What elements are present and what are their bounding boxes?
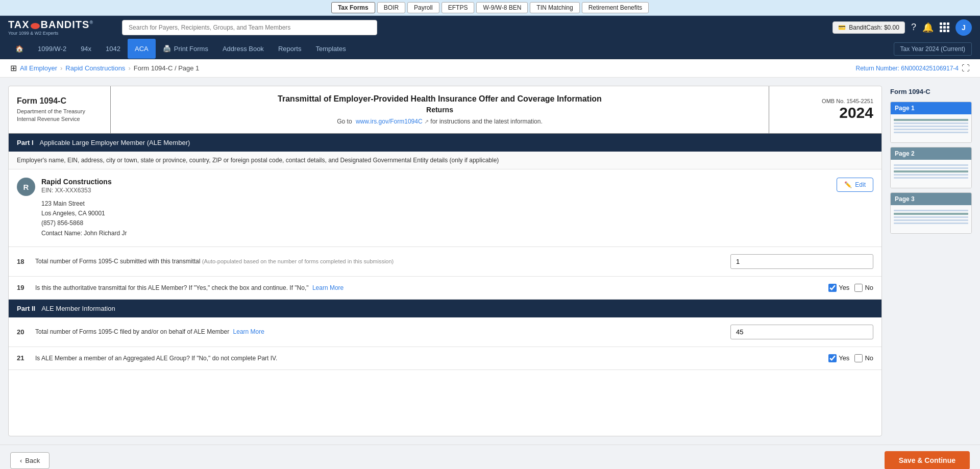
form-1094c-label: Form 1094-C [890, 86, 972, 97]
search-container [122, 20, 377, 35]
part1-header: Part I Applicable Large Employer Member … [9, 134, 881, 152]
nav-retirement[interactable]: Retirement Benefits [582, 2, 649, 13]
expand-icon[interactable]: ⛶ [962, 64, 970, 73]
field-21-yes-text: Yes [839, 354, 849, 362]
field-21-checkboxes: Yes No [828, 354, 873, 362]
field-19-yes-text: Yes [839, 284, 849, 291]
field-19-yes-label[interactable]: Yes [828, 284, 849, 292]
logo[interactable]: TAXBANDITS® Your 1099 & W2 Experts [8, 19, 93, 36]
page-thumb-1[interactable]: Page 1 [890, 102, 972, 143]
nav-tax-forms[interactable]: Tax Forms [331, 2, 375, 13]
breadcrumb-sep-1: › [60, 64, 62, 72]
save-continue-button[interactable]: Save & Continue [885, 451, 970, 469]
employer-ein: EIN: XX-XXX6353 [41, 187, 127, 194]
nav-payroll[interactable]: Payroll [407, 2, 439, 13]
nav-reports[interactable]: Reports [271, 39, 309, 59]
field-19-row: 19 Is this the authoritative transmittal… [9, 277, 881, 300]
field-21-no-label[interactable]: No [854, 354, 873, 362]
nav-eftps[interactable]: EFTPS [442, 2, 475, 13]
field-19-no-label[interactable]: No [854, 284, 873, 292]
nav-1042[interactable]: 1042 [99, 39, 128, 59]
field-18-label: Total number of Forms 1095-C submitted w… [35, 258, 724, 265]
page-thumb-3[interactable]: Page 3 [890, 192, 972, 234]
field-20-row: 20 Total number of Forms 1095-C filed by… [9, 317, 881, 347]
page-3-body [891, 205, 971, 233]
employer-text: Rapid Constructions EIN: XX-XXX6353 123 … [41, 178, 127, 238]
part2-header: Part II ALE Member Information [9, 300, 881, 317]
user-avatar[interactable]: J [955, 19, 972, 36]
part1-title: Applicable Large Employer Member (ALE Me… [40, 139, 190, 146]
nav-print-forms[interactable]: 🖨️ Print Forms [156, 39, 215, 59]
field-18-note: (Auto-populated based on the number of f… [202, 258, 394, 264]
nav-94x[interactable]: 94x [74, 39, 99, 59]
bandit-cash-icon: 💳 [838, 24, 846, 31]
employer-info: R Rapid Constructions EIN: XX-XXX6353 12… [9, 169, 881, 247]
bandit-cash-label: BanditCash: $0.00 [849, 24, 899, 31]
form-header: Form 1094-C Department of the Treasury I… [9, 86, 881, 134]
field-20-learn-more[interactable]: Learn More [233, 328, 264, 335]
field-18-input[interactable] [730, 254, 873, 269]
page-2-header: Page 2 [891, 147, 971, 160]
form-dept: Department of the Treasury Internal Reve… [17, 108, 102, 124]
page-thumb-2[interactable]: Page 2 [890, 147, 972, 188]
nav-1099-w2[interactable]: 1099/W-2 [31, 39, 74, 59]
logo-icon [31, 23, 40, 29]
grid-view-icon[interactable]: ⊞ [10, 63, 17, 73]
back-button[interactable]: ‹ Back [10, 452, 50, 469]
nav-address-book[interactable]: Address Book [215, 39, 271, 59]
nav-boir[interactable]: BOIR [377, 2, 405, 13]
breadcrumb-rapid-constructions[interactable]: Rapid Constructions [65, 64, 125, 72]
employer-address: 123 Main Street Los Angeles, CA 90001 (8… [41, 199, 127, 238]
form-subtitle: Returns [426, 106, 453, 114]
form-year: 2024 [839, 104, 873, 121]
nav-home[interactable]: 🏠 [8, 39, 31, 59]
bell-icon[interactable]: 🔔 [922, 22, 934, 33]
field-18-num: 18 [17, 258, 29, 265]
search-input[interactable] [122, 20, 377, 35]
field-20-label: Total number of Forms 1095-C filed by an… [35, 328, 724, 335]
form-header-left: Form 1094-C Department of the Treasury I… [9, 86, 111, 133]
form-goto: Go to www.irs.gov/Form1094C ↗ for instru… [337, 118, 543, 125]
apps-icon[interactable] [940, 22, 949, 32]
breadcrumb-current: Form 1094-C / Page 1 [134, 64, 200, 72]
section-description: Employer's name, EIN, address, city or t… [9, 152, 881, 169]
edit-employer-button[interactable]: ✏️ Edit [837, 178, 873, 192]
nav-tin-matching[interactable]: TIN Matching [530, 2, 579, 13]
employer-details: R Rapid Constructions EIN: XX-XXX6353 12… [17, 178, 127, 238]
field-21-no-checkbox[interactable] [854, 354, 863, 362]
site-header: TAXBANDITS® Your 1099 & W2 Experts 💳 Ban… [0, 16, 980, 39]
field-19-no-checkbox[interactable] [854, 284, 863, 292]
logo-text: TAXBANDITS® [8, 19, 93, 31]
nav-aca[interactable]: ACA [128, 39, 156, 59]
nav-w9[interactable]: W-9/W-8 BEN [476, 2, 528, 13]
form-header-right: OMB No. 1545-2251 2024 [769, 86, 881, 133]
employer-avatar: R [17, 178, 35, 196]
thumb-line [894, 119, 968, 121]
field-21-yes-checkbox[interactable] [828, 354, 837, 362]
part2-title: ALE Member Information [41, 305, 115, 312]
field-19-no-text: No [865, 284, 873, 291]
breadcrumb-all-employer[interactable]: All Employer [20, 64, 57, 72]
page-2-body [891, 160, 971, 188]
top-navigation: Tax Forms BOIR Payroll EFTPS W-9/W-8 BEN… [0, 0, 980, 16]
part2-badge: Part II [17, 305, 35, 312]
irs-url-link[interactable]: www.irs.gov/Form1094C [356, 118, 423, 125]
field-21-row: 21 Is ALE Member a member of an Aggregat… [9, 347, 881, 370]
field-19-yes-checkbox[interactable] [828, 284, 837, 292]
form-1094c: Form 1094-C Department of the Treasury I… [8, 86, 882, 436]
page-layout: Form 1094-C Department of the Treasury I… [0, 78, 980, 445]
form-title: Transmittal of Employer-Provided Health … [278, 94, 602, 104]
field-18-row: 18 Total number of Forms 1095-C submitte… [9, 247, 881, 277]
field-20-input[interactable] [730, 325, 873, 339]
pencil-icon: ✏️ [844, 181, 852, 188]
field-21-no-text: No [865, 354, 873, 362]
field-21-yes-label[interactable]: Yes [828, 354, 849, 362]
field-19-learn-more[interactable]: Learn More [312, 284, 344, 291]
breadcrumb: ⊞ All Employer › Rapid Constructions › F… [0, 59, 980, 78]
main-navigation: 🏠 1099/W-2 94x 1042 ACA 🖨️ Print Forms A… [0, 39, 980, 59]
nav-templates[interactable]: Templates [308, 39, 353, 59]
bandit-cash-button[interactable]: 💳 BanditCash: $0.00 [832, 21, 905, 34]
printer-icon: 🖨️ [163, 45, 171, 53]
omb-label: OMB No. 1545-2251 [822, 98, 873, 104]
help-icon[interactable]: ? [911, 22, 916, 33]
